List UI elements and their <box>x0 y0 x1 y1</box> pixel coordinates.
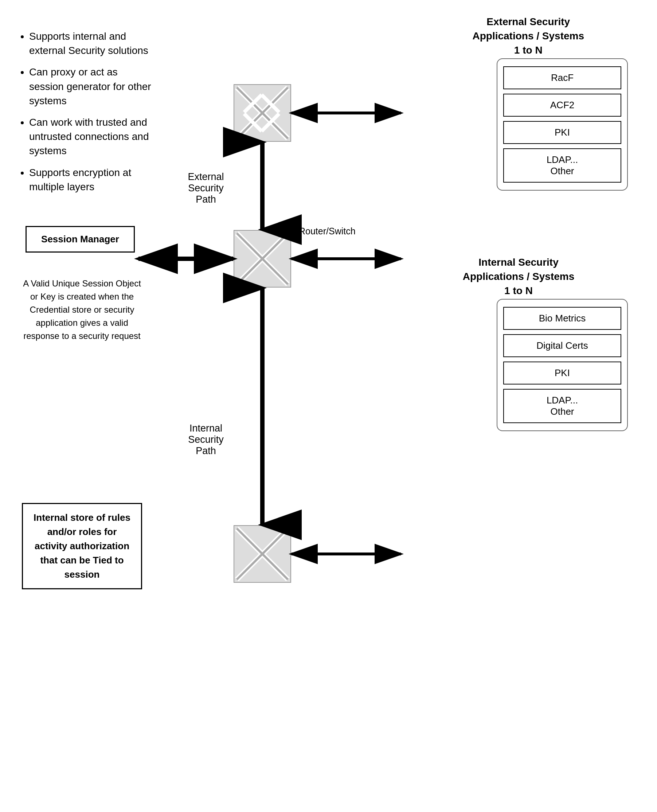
int-security-title: Internal Security Applications / Systems… <box>453 255 584 298</box>
session-manager-box: Session Manager <box>25 226 135 252</box>
ext-path-label: External Security Path <box>179 171 233 205</box>
bullet-item-1: Supports internal and external Security … <box>29 29 153 58</box>
int-item-pki: PKI <box>503 362 621 385</box>
x-icon-bottom <box>233 525 291 583</box>
int-security-box: Bio Metrics Digital Certs PKI LDAP...Oth… <box>497 299 628 431</box>
ext-security-box: RacF ACF2 PKI LDAP...Other <box>497 58 628 191</box>
x-icon-top <box>233 84 291 142</box>
bullet-list: Supports internal and external Security … <box>15 29 153 201</box>
int-item-biometrics: Bio Metrics <box>503 307 621 330</box>
internal-store-box: Internal store of rules and/or roles for… <box>22 503 142 589</box>
x-icon-middle <box>233 230 291 288</box>
router-switch-label: Router/Switch <box>299 226 356 237</box>
bullet-item-3: Can work with trusted and untrusted conn… <box>29 115 153 158</box>
ext-item-acf2: ACF2 <box>503 94 621 117</box>
page: Supports internal and external Security … <box>0 0 657 812</box>
session-description: A Valid Unique Session Object or Key is … <box>22 277 142 343</box>
int-item-digitalcerts: Digital Certs <box>503 334 621 357</box>
int-item-ldap: LDAP...Other <box>503 389 621 423</box>
bullet-item-2: Can proxy or act as session generator fo… <box>29 65 153 108</box>
ext-item-ldap: LDAP...Other <box>503 148 621 182</box>
ext-item-racf: RacF <box>503 66 621 89</box>
bullet-item-4: Supports encryption at multiple layers <box>29 165 153 194</box>
ext-item-pki: PKI <box>503 121 621 144</box>
int-path-label: Internal Security Path <box>179 423 233 457</box>
ext-security-title: External Security Applications / Systems… <box>472 15 584 58</box>
